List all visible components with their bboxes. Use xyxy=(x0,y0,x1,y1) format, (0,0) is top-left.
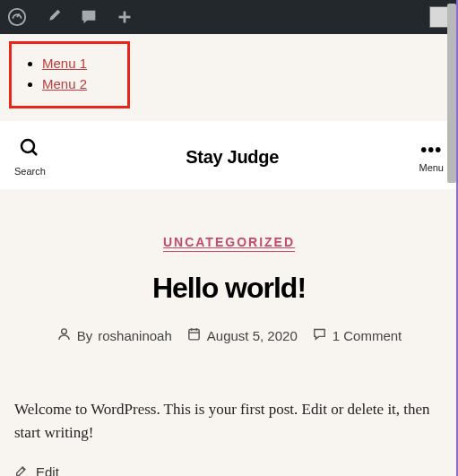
menu-link-2[interactable]: Menu 2 xyxy=(42,76,87,91)
calendar-icon xyxy=(186,326,202,344)
pencil-icon xyxy=(14,463,29,476)
admin-bar-left xyxy=(7,7,134,27)
comments-meta[interactable]: 1 Comment xyxy=(312,326,402,344)
site-header: Search Stay Judge ••• Menu xyxy=(0,121,458,189)
edit-label: Edit xyxy=(36,464,59,476)
highlighted-menu-box: Menu 1 Menu 2 xyxy=(9,41,130,108)
post-meta: By roshaninoah August 5, 2020 1 Comment xyxy=(14,326,444,344)
list-item: Menu 1 xyxy=(42,56,117,72)
author-name[interactable]: roshaninoah xyxy=(98,328,172,343)
date-meta: August 5, 2020 xyxy=(186,326,298,344)
author-meta: By roshaninoah xyxy=(56,326,172,344)
brush-icon[interactable] xyxy=(43,7,63,27)
plus-icon[interactable] xyxy=(115,7,134,27)
person-icon xyxy=(56,326,72,344)
comments-count: 1 Comment xyxy=(333,328,402,343)
svg-point-6 xyxy=(61,329,66,334)
svg-point-4 xyxy=(22,140,34,152)
post-body: Welcome to WordPress. This is your first… xyxy=(0,362,458,458)
menu-toggle[interactable]: ••• Menu xyxy=(419,141,444,173)
menu-label: Menu xyxy=(419,162,444,173)
svg-line-5 xyxy=(32,151,37,155)
edit-link[interactable]: Edit xyxy=(0,458,458,476)
search-toggle[interactable]: Search xyxy=(14,137,46,177)
menu-link-1[interactable]: Menu 1 xyxy=(42,56,87,71)
wp-admin-bar xyxy=(0,0,458,34)
dashboard-icon[interactable] xyxy=(7,7,27,27)
post-header: UNCATEGORIZED Hello world! By roshaninoa… xyxy=(0,189,458,362)
dots-icon: ••• xyxy=(420,141,442,159)
post-date: August 5, 2020 xyxy=(207,328,298,343)
search-label: Search xyxy=(14,166,46,177)
list-item: Menu 2 xyxy=(42,76,117,92)
post-title: Hello world! xyxy=(14,272,444,305)
comment-meta-icon xyxy=(312,326,327,344)
search-icon xyxy=(19,137,40,162)
category-link[interactable]: UNCATEGORIZED xyxy=(163,235,295,252)
by-prefix: By xyxy=(77,328,93,343)
comment-icon[interactable] xyxy=(79,7,99,27)
site-title[interactable]: Stay Judge xyxy=(186,147,279,168)
scrollbar-thumb[interactable] xyxy=(447,4,456,183)
svg-rect-7 xyxy=(189,330,199,340)
